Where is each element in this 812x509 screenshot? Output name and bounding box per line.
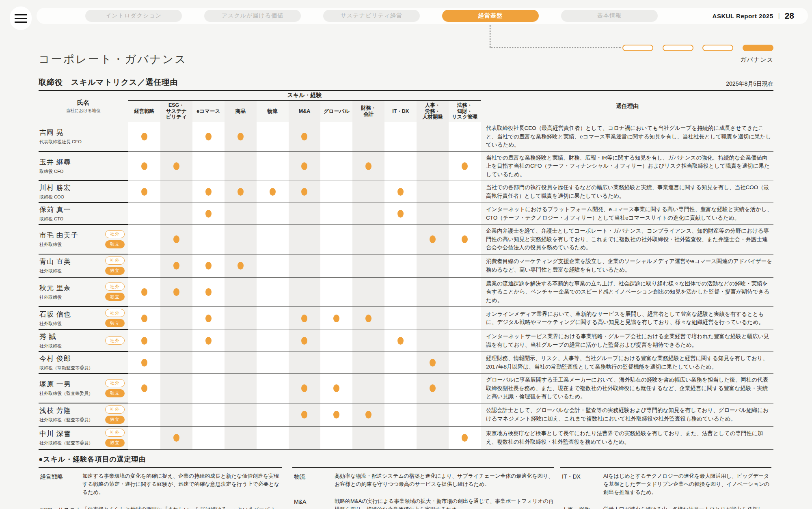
skill-cell [384, 254, 417, 277]
skill-cell [225, 352, 257, 373]
skill-cell [257, 307, 289, 330]
director-row: 石坂 信也 社外取締役 社外 独立 オンラインメディア業界において、革新的なサー… [39, 307, 773, 330]
nav-tab[interactable]: 基本情報 [561, 10, 658, 22]
director-name: 塚原 一男 [39, 380, 93, 389]
skill-cell [160, 254, 192, 277]
skill-cell [449, 225, 481, 254]
skill-cell [192, 330, 225, 352]
skill-dot [397, 337, 404, 345]
director-identity: 保苅 真一 取締役 CTO [39, 205, 71, 222]
skill-cell [289, 374, 321, 403]
director-badge: 社外 [105, 257, 125, 265]
skill-dots-row [128, 181, 481, 203]
director-name: 青山 直美 [39, 257, 71, 266]
skill-cell [289, 278, 321, 307]
skill-cell [128, 152, 160, 181]
nav-tab[interactable]: アスクルが届ける価値 [204, 10, 301, 22]
skill-cell [257, 278, 289, 307]
skill-dots-row [128, 330, 481, 352]
skill-cell [320, 122, 352, 151]
skill-dot [462, 434, 468, 442]
skill-cell [257, 427, 289, 449]
top-navbar: イントロダクション アスクルが届ける価値 サステナビリティ経営 経営基盤 基本情… [37, 8, 808, 24]
skill-dot [462, 235, 468, 243]
director-name: 市毛 由美子 [39, 231, 78, 240]
director-row: 塚原 一男 社外取締役（監査等委員） 社外 独立 グローバルに事業展開する重工業… [39, 374, 773, 403]
skill-cell [449, 254, 481, 277]
skill-dot [238, 188, 244, 196]
skill-cell [225, 307, 257, 330]
skill-column-header: ESG・ サステナ ビリティ [160, 101, 192, 122]
skill-dot [270, 188, 276, 196]
skill-cell [225, 152, 257, 181]
director-name: 中川 深雪 [39, 429, 93, 438]
chapter-progress-pill[interactable] [622, 45, 653, 51]
skill-cell [320, 403, 352, 426]
skill-dot [141, 337, 147, 345]
director-name: 玉井 継尋 [39, 157, 71, 167]
skill-cell [417, 254, 449, 277]
skill-cell [449, 152, 481, 181]
skill-dot [173, 288, 179, 296]
skill-cell [289, 225, 321, 254]
skill-dots-row [128, 427, 481, 450]
criteria-item: 経営戦略 加速する事業環境の変化を的確に捉え、企業の持続的成長と新たな価値創造を… [39, 468, 282, 501]
skill-cell [352, 374, 384, 403]
director-name-cell: 塚原 一男 社外取締役（監査等委員） 社外 独立 [39, 374, 128, 403]
nav-tab[interactable]: サステナビリティ経営 [323, 10, 420, 22]
skill-cell [192, 374, 225, 403]
skill-cell [289, 152, 321, 181]
chapter-progress-pill[interactable] [702, 45, 733, 51]
skill-cell [449, 403, 481, 426]
skill-cell [320, 427, 352, 449]
skill-cell [384, 181, 417, 203]
skill-cell [225, 122, 257, 151]
director-row: 中川 深雪 社外取締役（監査等委員） 社外 独立 東京地方検察庁など検事として長… [39, 427, 773, 450]
skill-cell [384, 352, 417, 373]
report-title: ASKUL Report 2025 [713, 13, 773, 19]
director-row: 今村 俊郎 取締役（常勤監査等委員） 経理財務、情報開示、リスク、人事等、当社グ… [39, 352, 773, 374]
skill-header-row: 経営戦略 ESG・ サステナ ビリティ eコマース 商品 物流 M&A グローバ… [128, 101, 481, 122]
skill-dot [141, 188, 147, 196]
appointment-reason: 公認会計士として、グローバルな会計・監査等の実務経験および専門的な知見を有してお… [481, 403, 773, 427]
skill-dot [333, 384, 339, 392]
criteria-item-text: 戦略的M&Aの実行による事業領域の拡大・新市場の創出を通じて、事業ポートフォリオ… [335, 497, 554, 509]
appointment-reason: 企業内弁護士を経て、弁護士としてコーポレート・ガバナンス、コンプライアンス、知的… [481, 225, 773, 254]
skill-cell [160, 427, 192, 449]
director-identity: 今村 俊郎 取締役（常勤監査等委員） [39, 354, 93, 371]
nav-tab[interactable]: 経営基盤 [442, 10, 539, 22]
skill-cell [225, 374, 257, 403]
as-of-date: 2025年8月5日現在 [726, 80, 773, 88]
appointment-reason: 東京地方検察庁など検事として長年にわたり法曹界での実務経験を有しており、また、法… [481, 427, 773, 450]
director-badge: 社外 [105, 230, 125, 238]
director-position: 社外取締役（監査等委員） [39, 440, 93, 446]
criteria-item-label: 物流 [294, 472, 335, 488]
skill-cell [128, 203, 160, 224]
director-name-cell: 市毛 由美子 社外取締役 社外 独立 [39, 225, 128, 254]
director-badges: 社外 独立 [105, 309, 125, 327]
nav-tab[interactable]: イントロダクション [85, 10, 182, 22]
criteria-section: ●スキル・経験各項目の選定理由 経営戦略 加速する事業環境の変化を的確に捉え、企… [39, 455, 773, 509]
director-row: 浅枝 芳隆 社外取締役（監査等委員） 社外 独立 公認会計士として、グローバルな… [39, 403, 773, 427]
skill-cell [352, 278, 384, 307]
skill-cell [352, 122, 384, 151]
director-identity: 石坂 信也 社外取締役 [39, 310, 71, 327]
chapter-progress-pill[interactable] [743, 45, 773, 51]
skill-dot [205, 133, 212, 140]
director-identity: 中川 深雪 社外取締役（監査等委員） [39, 429, 93, 446]
skill-cell [289, 203, 321, 224]
skill-dot [141, 384, 147, 392]
appointment-reason: 消費者目線のマーケティング支援企業を設立し、企業のソーシャルメディア運営やeコマ… [481, 254, 773, 278]
skill-cell [225, 181, 257, 203]
skill-column-header: eコマース [192, 101, 225, 122]
menu-button[interactable] [10, 6, 32, 30]
director-badge: 独立 [105, 389, 125, 397]
skill-cell [449, 330, 481, 352]
skill-cell [289, 307, 321, 330]
director-identity: 秋元 里奈 社外取締役 [39, 283, 71, 300]
chapter-progress-pill[interactable] [663, 45, 693, 51]
director-identity: 吉岡 晃 代表取締役社長 CEO [39, 128, 82, 145]
skill-dot [238, 262, 244, 270]
director-badge: 独立 [105, 439, 125, 447]
skill-cell [160, 203, 192, 224]
